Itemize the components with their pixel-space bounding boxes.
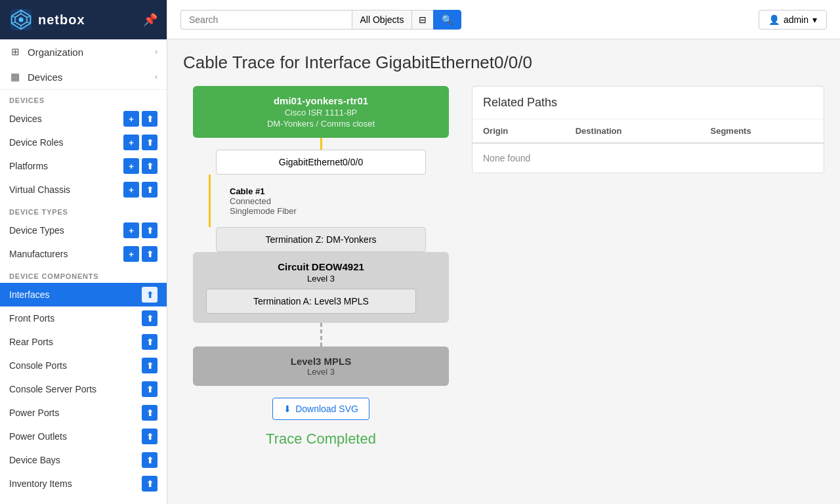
sidebar: netbox 📌 ⊞ Organization › ▦ Devices ‹ DE… bbox=[0, 0, 167, 504]
download-svg-button[interactable]: ⬇ Download SVG bbox=[272, 398, 369, 420]
sidebar-item-power-outlets[interactable]: Power Outlets ⬆ bbox=[0, 425, 167, 448]
device-bays-upload-button[interactable]: ⬆ bbox=[142, 452, 158, 468]
sidebar-item-rear-ports[interactable]: Rear Ports ⬆ bbox=[0, 330, 167, 354]
console-ports-upload-button[interactable]: ⬆ bbox=[142, 358, 158, 373]
search-filter-button[interactable]: ⊟ bbox=[411, 10, 433, 30]
sidebar-item-devices[interactable]: ▦ Devices ‹ bbox=[0, 64, 167, 89]
cable-type: Singlemode Fiber bbox=[230, 206, 297, 216]
cable-title: Cable #1 bbox=[230, 186, 297, 196]
device-roles-add-button[interactable]: + bbox=[123, 135, 139, 150]
cable-line bbox=[209, 175, 211, 227]
search-input[interactable] bbox=[180, 10, 352, 30]
user-icon: 👤 bbox=[768, 14, 780, 25]
chevron-right-icon: ‹ bbox=[155, 72, 158, 81]
search-type-button[interactable]: All Objects bbox=[352, 10, 412, 30]
brand-logo[interactable]: netbox bbox=[9, 8, 85, 32]
sidebar-item-front-ports[interactable]: Front Ports ⬆ bbox=[0, 306, 167, 330]
sidebar-item-manufacturers[interactable]: Manufacturers + ⬆ bbox=[0, 242, 167, 266]
sidebar-item-interfaces[interactable]: Interfaces ⬆ bbox=[0, 283, 167, 306]
device-types-label: Device Types bbox=[9, 225, 123, 236]
termination-a-box: Termination A: Level3 MPLS bbox=[206, 289, 416, 314]
col-origin: Origin bbox=[472, 119, 565, 143]
sidebar-item-device-roles[interactable]: Device Roles + ⬆ bbox=[0, 131, 167, 154]
sidebar-item-device-bays[interactable]: Device Bays ⬆ bbox=[0, 448, 167, 472]
manufacturers-add-button[interactable]: + bbox=[123, 246, 139, 262]
level3-box: Level3 MPLS Level 3 bbox=[193, 346, 449, 386]
device-components-group-label: DEVICE COMPONENTS bbox=[0, 266, 167, 283]
brand-name: netbox bbox=[38, 12, 85, 28]
sidebar-item-device-types[interactable]: Device Types + ⬆ bbox=[0, 219, 167, 242]
rear-ports-label: Rear Ports bbox=[9, 337, 142, 347]
console-ports-label: Console Ports bbox=[9, 360, 142, 371]
devices-actions: + ⬆ bbox=[123, 111, 158, 127]
virtual-chassis-label: Virtual Chassis bbox=[9, 184, 123, 195]
level3-level: Level 3 bbox=[206, 367, 436, 377]
device-roles-upload-button[interactable]: ⬆ bbox=[142, 135, 158, 150]
sidebar-item-organization[interactable]: ⊞ Organization › bbox=[0, 39, 167, 64]
device-bays-actions: ⬆ bbox=[142, 452, 158, 468]
device-location: DM-Yonkers / Comms closet bbox=[206, 119, 436, 129]
related-paths-title: Related Paths bbox=[483, 96, 813, 110]
cable-status: Connected bbox=[230, 196, 297, 206]
interfaces-actions: ⬆ bbox=[142, 287, 158, 303]
devices-label: Devices bbox=[9, 114, 123, 124]
search-icon: 🔍 bbox=[442, 14, 453, 25]
related-paths-thead: Origin Destination Segments bbox=[472, 119, 824, 143]
cable-line-col bbox=[193, 175, 226, 227]
platforms-actions: + ⬆ bbox=[123, 158, 158, 174]
circuit-level: Level 3 bbox=[206, 274, 436, 284]
sidebar-item-virtual-chassis[interactable]: Virtual Chassis + ⬆ bbox=[0, 178, 167, 201]
front-ports-upload-button[interactable]: ⬆ bbox=[142, 310, 158, 326]
sidebar-item-console-server-ports[interactable]: Console Server Ports ⬆ bbox=[0, 377, 167, 401]
grid-icon: ⊞ bbox=[9, 46, 21, 58]
console-server-ports-upload-button[interactable]: ⬆ bbox=[142, 381, 158, 397]
search-container: All Objects ⊟ 🔍 bbox=[180, 10, 461, 30]
sidebar-nav-label-devices: Devices bbox=[28, 72, 62, 83]
sidebar-item-inventory-items[interactable]: Inventory Items ⬆ bbox=[0, 472, 167, 495]
username-label: admin bbox=[784, 14, 808, 25]
pin-icon[interactable]: 📌 bbox=[143, 12, 158, 27]
interfaces-label: Interfaces bbox=[9, 289, 142, 300]
devices-group-label: DEVICES bbox=[0, 90, 167, 107]
search-go-button[interactable]: 🔍 bbox=[433, 10, 461, 30]
power-ports-upload-button[interactable]: ⬆ bbox=[142, 405, 158, 421]
interfaces-upload-button[interactable]: ⬆ bbox=[142, 287, 158, 303]
filter-icon: ⊟ bbox=[419, 14, 427, 25]
device-box: dmi01-yonkers-rtr01 Cisco ISR 1111-8P DM… bbox=[193, 86, 449, 138]
virtual-chassis-add-button[interactable]: + bbox=[123, 182, 139, 198]
chevron-icon: › bbox=[155, 47, 158, 56]
device-components-group: DEVICE COMPONENTS Interfaces ⬆ Front Por… bbox=[0, 266, 167, 495]
inventory-items-upload-button[interactable]: ⬆ bbox=[142, 476, 158, 492]
power-outlets-label: Power Outlets bbox=[9, 431, 142, 442]
devices-group: DEVICES Devices + ⬆ Device Roles + ⬆ Pla… bbox=[0, 90, 167, 201]
related-paths-panel: Related Paths Origin Destination Segment… bbox=[472, 86, 824, 173]
user-menu-button[interactable]: 👤 admin ▾ bbox=[759, 10, 827, 30]
device-model: Cisco ISR 1111-8P bbox=[206, 108, 436, 117]
manufacturers-label: Manufacturers bbox=[9, 249, 123, 259]
devices-upload-button[interactable]: ⬆ bbox=[142, 111, 158, 127]
device-types-add-button[interactable]: + bbox=[123, 222, 139, 238]
power-outlets-upload-button[interactable]: ⬆ bbox=[142, 429, 158, 444]
sidebar-item-power-ports[interactable]: Power Ports ⬆ bbox=[0, 401, 167, 425]
manufacturers-actions: + ⬆ bbox=[123, 246, 158, 262]
related-paths-header: Related Paths bbox=[472, 87, 824, 119]
platforms-add-button[interactable]: + bbox=[123, 158, 139, 174]
related-paths-header-row: Origin Destination Segments bbox=[472, 119, 824, 143]
sidebar-item-devices[interactable]: Devices + ⬆ bbox=[0, 107, 167, 131]
devices-add-button[interactable]: + bbox=[123, 111, 139, 127]
content: Cable Trace for Interface GigabitEtherne… bbox=[167, 39, 840, 504]
rear-ports-upload-button[interactable]: ⬆ bbox=[142, 334, 158, 350]
device-name: dmi01-yonkers-rtr01 bbox=[206, 95, 436, 106]
sidebar-item-platforms[interactable]: Platforms + ⬆ bbox=[0, 154, 167, 178]
content-row: dmi01-yonkers-rtr01 Cisco ISR 1111-8P DM… bbox=[183, 86, 824, 448]
download-icon: ⬇ bbox=[284, 404, 291, 414]
manufacturers-upload-button[interactable]: ⬆ bbox=[142, 246, 158, 262]
sidebar-item-console-ports[interactable]: Console Ports ⬆ bbox=[0, 354, 167, 377]
platforms-upload-button[interactable]: ⬆ bbox=[142, 158, 158, 174]
virtual-chassis-upload-button[interactable]: ⬆ bbox=[142, 182, 158, 198]
device-types-upload-button[interactable]: ⬆ bbox=[142, 222, 158, 238]
trace-diagram: dmi01-yonkers-rtr01 Cisco ISR 1111-8P DM… bbox=[183, 86, 459, 448]
download-svg-label: Download SVG bbox=[295, 404, 358, 414]
related-paths-table: Origin Destination Segments bbox=[472, 119, 824, 144]
device-types-actions: + ⬆ bbox=[123, 222, 158, 238]
